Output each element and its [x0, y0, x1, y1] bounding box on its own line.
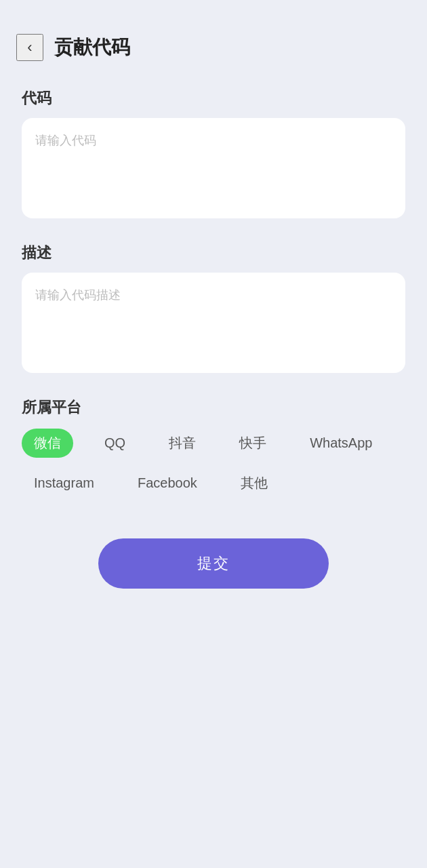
platform-item-facebook[interactable]: Facebook	[125, 469, 209, 498]
platform-section-label: 所属平台	[22, 397, 405, 418]
platform-grid: 微信QQ抖音快手WhatsAppInstagramFacebook其他	[22, 429, 405, 498]
page-title: 贡献代码	[54, 35, 130, 60]
platform-item-weixin[interactable]: 微信	[22, 429, 73, 458]
submit-button[interactable]: 提交	[98, 538, 329, 589]
code-section-label: 代码	[22, 88, 405, 108]
back-button[interactable]: ‹	[16, 34, 43, 61]
platform-item-other[interactable]: 其他	[228, 469, 280, 498]
platform-item-instagram[interactable]: Instagram	[22, 469, 106, 498]
platform-item-kuaishou[interactable]: 快手	[227, 429, 279, 458]
header: ‹ 贡献代码	[0, 0, 427, 75]
platform-section: 所属平台 微信QQ抖音快手WhatsAppInstagramFacebook其他	[22, 397, 405, 498]
code-input-box[interactable]	[22, 118, 405, 218]
platform-item-douyin[interactable]: 抖音	[157, 429, 208, 458]
back-icon: ‹	[27, 39, 32, 56]
description-section-label: 描述	[22, 243, 405, 263]
submit-area: 提交	[22, 538, 405, 589]
code-input[interactable]	[35, 132, 392, 205]
main-content: 代码 描述 所属平台 微信QQ抖音快手WhatsAppInstagramFace…	[0, 75, 427, 868]
platform-item-qq[interactable]: QQ	[92, 429, 138, 458]
description-input[interactable]	[35, 286, 392, 359]
platform-item-whatsapp[interactable]: WhatsApp	[298, 429, 384, 458]
description-input-box[interactable]	[22, 273, 405, 373]
